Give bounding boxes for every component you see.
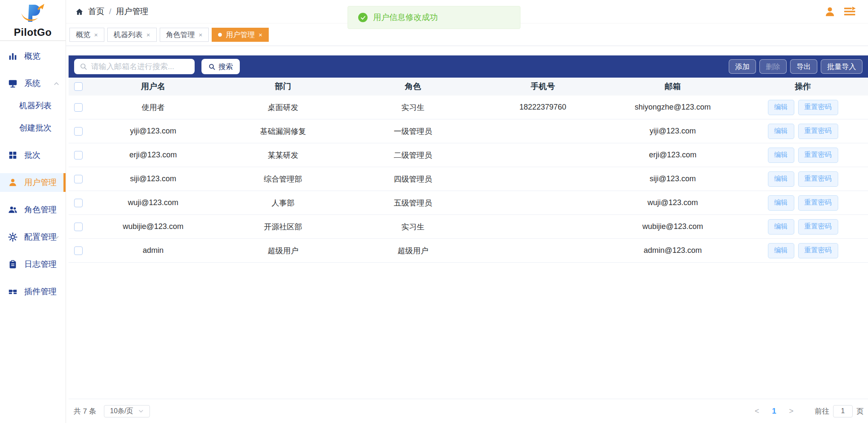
sidebar-item-label: 插件管理 — [24, 286, 57, 297]
cell-role: 实习生 — [348, 102, 478, 113]
edit-button[interactable]: 编辑 — [768, 171, 794, 187]
active-tab-dot — [218, 33, 222, 37]
sidebar-item-plugin-management[interactable]: 插件管理 — [0, 282, 66, 301]
breadcrumb-home[interactable]: 首页 — [88, 6, 104, 17]
main-area: 首页 / 用户管理 概览 × 机器列表 × — [66, 0, 868, 423]
cell-username: yiji@123.com — [88, 127, 218, 136]
toolbar-actions: 添加 删除 导出 批量导入 — [729, 59, 862, 74]
row-checkbox[interactable] — [74, 151, 83, 159]
table-row: yiji@123.com 基础漏洞修复 一级管理员 yiji@123.com 编… — [69, 119, 868, 143]
gear-icon — [8, 232, 18, 242]
brand-name: PilotGo — [14, 26, 52, 38]
tab-label: 用户管理 — [226, 30, 255, 40]
search-icon — [208, 63, 216, 70]
cell-department: 某某研发 — [218, 150, 348, 160]
reset-password-button[interactable]: 重置密码 — [798, 148, 838, 163]
close-icon[interactable]: × — [259, 31, 262, 38]
column-header-phone: 手机号 — [478, 81, 608, 92]
sidebar-item-label: 日志管理 — [24, 259, 57, 270]
sidebar-item-label: 用户管理 — [24, 177, 57, 188]
edit-button[interactable]: 编辑 — [768, 124, 794, 139]
cell-email: wuji@123.com — [608, 198, 738, 207]
column-header-actions: 操作 — [738, 81, 868, 92]
column-header-role: 角色 — [348, 81, 478, 92]
next-page-button[interactable]: > — [782, 407, 800, 416]
cell-department: 基础漏洞修复 — [218, 126, 348, 136]
tab-label: 机器列表 — [114, 30, 143, 40]
reset-password-button[interactable]: 重置密码 — [798, 171, 838, 187]
goto-label: 前往 — [815, 406, 829, 416]
page-size-select[interactable]: 10条/页 — [104, 405, 150, 417]
tab-user-management[interactable]: 用户管理 × — [212, 28, 269, 42]
edit-button[interactable]: 编辑 — [768, 195, 794, 211]
sidebar-item-user-management[interactable]: 用户管理 — [0, 173, 66, 192]
table-row: wubijie@123.com 开源社区部 实习生 wubijie@123.co… — [69, 215, 868, 239]
row-checkbox[interactable] — [74, 103, 83, 112]
total-count-label: 共 7 条 — [74, 406, 96, 416]
sidebar: PilotGo 概览 系统 机器列表 创 — [0, 0, 66, 423]
goto-page-input[interactable] — [833, 405, 853, 417]
sidebar-item-overview[interactable]: 概览 — [0, 47, 66, 66]
pilotgo-logo-icon — [19, 2, 47, 26]
edit-button[interactable]: 编辑 — [768, 243, 794, 258]
sidebar-item-batch[interactable]: 批次 — [0, 146, 66, 165]
reset-password-button[interactable]: 重置密码 — [798, 100, 838, 115]
sidebar-item-label: 批次 — [24, 150, 40, 161]
select-all-checkbox[interactable] — [74, 82, 83, 91]
prev-page-button[interactable]: < — [748, 407, 766, 416]
batch-import-button[interactable]: 批量导入 — [821, 59, 862, 74]
edit-button[interactable]: 编辑 — [768, 219, 794, 235]
row-checkbox[interactable] — [74, 127, 83, 136]
export-button[interactable]: 导出 — [790, 59, 817, 74]
tab-label: 概览 — [76, 30, 90, 40]
close-icon[interactable]: × — [147, 31, 150, 38]
delete-button[interactable]: 删除 — [759, 59, 787, 74]
cell-username: siji@123.com — [88, 174, 218, 183]
sidebar-item-system[interactable]: 系统 — [0, 74, 66, 93]
sidebar-item-create-batch[interactable]: 创建批次 — [0, 119, 66, 137]
cell-username: admin — [88, 246, 218, 255]
cell-email: erji@123.com — [608, 151, 738, 159]
close-icon[interactable]: × — [199, 31, 203, 38]
cell-department: 桌面研发 — [218, 102, 348, 113]
reset-password-button[interactable]: 重置密码 — [798, 219, 838, 235]
sidebar-item-label: 角色管理 — [24, 204, 57, 215]
close-icon[interactable]: × — [94, 31, 98, 38]
column-header-department: 部门 — [218, 81, 348, 92]
cell-email: yiji@123.com — [608, 127, 738, 136]
reset-password-button[interactable]: 重置密码 — [798, 124, 838, 139]
reset-password-button[interactable]: 重置密码 — [798, 195, 838, 211]
edit-button[interactable]: 编辑 — [768, 148, 794, 163]
sidebar-item-role-management[interactable]: 角色管理 — [0, 200, 66, 219]
sidebar-item-machine-list[interactable]: 机器列表 — [0, 96, 66, 115]
edit-button[interactable]: 编辑 — [768, 100, 794, 115]
row-checkbox[interactable] — [74, 199, 83, 207]
search-button[interactable]: 搜索 — [201, 59, 240, 74]
reset-password-button[interactable]: 重置密码 — [798, 243, 838, 258]
bar-chart-icon — [8, 51, 18, 61]
cell-role: 实习生 — [348, 222, 478, 232]
row-checkbox[interactable] — [74, 175, 83, 183]
table-header-row: 用户名 部门 角色 手机号 邮箱 操作 — [69, 78, 868, 96]
search-input[interactable] — [91, 62, 190, 71]
cell-department: 开源社区部 — [218, 222, 348, 232]
search-icon — [80, 63, 87, 70]
collapse-menu-icon[interactable] — [843, 6, 856, 17]
user-table: 用户名 部门 角色 手机号 邮箱 操作 使用者 桌面研发 实习生 — [69, 78, 868, 263]
user-profile-icon[interactable] — [824, 6, 836, 17]
tab-overview[interactable]: 概览 × — [69, 28, 104, 42]
tab-role-management[interactable]: 角色管理 × — [160, 28, 209, 42]
sidebar-item-label: 创建批次 — [19, 122, 52, 133]
tab-machine-list[interactable]: 机器列表 × — [107, 28, 157, 42]
row-checkbox[interactable] — [74, 246, 83, 255]
page-size-value: 10条/页 — [110, 407, 133, 416]
current-page[interactable]: 1 — [766, 407, 782, 416]
tab-label: 角色管理 — [166, 30, 195, 40]
table-row: wuji@123.com 人事部 五级管理员 wuji@123.com 编辑 重… — [69, 191, 868, 215]
table-toolbar: 搜索 添加 删除 导出 批量导入 — [69, 55, 868, 78]
add-button[interactable]: 添加 — [729, 59, 756, 74]
sidebar-item-config-management[interactable]: 配置管理 — [0, 228, 66, 246]
sidebar-item-log-management[interactable]: 日志管理 — [0, 255, 66, 274]
row-checkbox[interactable] — [74, 223, 83, 231]
table-row: 使用者 桌面研发 实习生 18222379760 shiyongzhe@123.… — [69, 96, 868, 119]
